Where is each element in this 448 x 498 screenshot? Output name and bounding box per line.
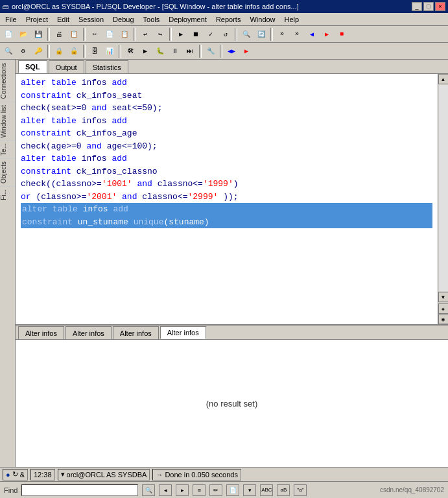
tb2-db[interactable]: 🗄 [88,44,102,58]
code-line-highlighted: constraint un_stuname unique(stuname) [21,216,432,229]
tab-sql[interactable]: SQL [18,60,47,73]
tb-print2[interactable]: 📋 [67,27,81,42]
find-edit-btn[interactable]: ✏ [209,484,222,496]
code-line: constraint ck_infos_classno [21,165,432,178]
tb-more1[interactable]: » [275,27,289,42]
tb2-lock[interactable]: 🔒 [52,44,66,58]
result-tab-4[interactable]: Alter infos [160,326,206,339]
title-bar-left: 🗃 orcl@ORCL as SYSDBA - PL/SQL Developer… [3,3,299,10]
tb2-bug[interactable]: 🐛 [153,44,167,58]
tb2-step[interactable]: ⏭ [183,44,197,58]
status-arrow: → [156,471,163,479]
tb2-run2[interactable]: ▶ [138,44,152,58]
tb2-gear[interactable]: ⚙ [16,44,30,58]
tb-stop[interactable]: ⏹ [189,27,203,42]
menu-session[interactable]: Session [75,14,108,25]
sidebar-windowlist[interactable]: Window list [0,102,15,141]
scroll-extra-1[interactable]: ◈ [438,303,449,314]
tb-undo[interactable]: ↩ [138,27,152,42]
main-content: Connections Window list Te... Objects Fi… [0,60,448,498]
tb-open[interactable]: 📂 [16,27,30,42]
status-done-text: Done in 0.050 seconds [165,471,238,479]
sidebar-te[interactable]: Te... [0,140,15,158]
find-prev-btn[interactable]: ◂ [159,484,172,496]
menu-help[interactable]: Help [281,14,303,25]
scroll-extra-2[interactable]: ◉ [438,314,449,324]
tb-paste[interactable]: 📋 [117,27,132,42]
find-quotes-btn[interactable]: "a" [294,484,307,496]
tb-print[interactable]: 🖨 [52,27,66,42]
tb-stop2[interactable]: ■ [335,27,349,42]
status-dropdown-arrow: ▾ [61,470,65,479]
restore-button[interactable]: □ [423,2,434,11]
toolbar2-sep-2 [83,45,86,58]
find-abc-btn[interactable]: ABC [260,484,273,496]
tb-nav-right[interactable]: ▶ [320,27,334,42]
find-binoculars-btn[interactable]: 🔍 [142,484,155,496]
find-align-btn[interactable]: ≡ [193,484,206,496]
tb2-arrow-blue[interactable]: ◀▶ [224,44,239,58]
tb2-key[interactable]: 🔑 [31,44,45,58]
toolbar-sep-3 [134,28,136,41]
find-input[interactable] [21,484,138,496]
tb-commit[interactable]: ✓ [204,27,218,42]
sidebar-fi[interactable]: Fi... [0,186,15,203]
sidebar-objects[interactable]: Objects [0,158,15,186]
menu-file[interactable]: File [1,14,21,25]
menu-edit[interactable]: Edit [53,14,73,25]
find-more-btn[interactable]: ▾ [243,484,256,496]
tab-output[interactable]: Output [49,60,84,73]
tb-new[interactable]: 📄 [1,27,16,42]
close-button[interactable]: × [435,2,445,11]
find-next-btn[interactable]: ▸ [176,484,189,496]
tb2-search[interactable]: 🔍 [1,44,16,58]
status-amp: & [20,471,25,479]
title-text: orcl@ORCL as SYSDBA - PL/SQL Developer -… [12,3,299,10]
tab-statistics[interactable]: Statistics [86,60,128,73]
title-controls: _ □ × [412,2,445,11]
tb2-pause[interactable]: ⏸ [168,44,182,58]
status-dot: ● [6,471,10,479]
code-line: or (classno>='2001' and classno<='2999' … [21,191,432,204]
menu-debug[interactable]: Debug [109,14,137,25]
tb-run[interactable]: ▶ [174,27,188,42]
code-line: alter table infos add [21,152,432,165]
result-tab-3[interactable]: Alter infos [113,326,159,339]
tb-copy[interactable]: 📄 [102,27,117,42]
tb-save[interactable]: 💾 [31,27,45,42]
tb-redo[interactable]: ↪ [153,27,167,42]
tb-replace[interactable]: 🔄 [254,27,268,42]
tb-find[interactable]: 🔍 [239,27,253,42]
tb2-arrow-red[interactable]: ▶ [239,44,253,58]
find-page-btn[interactable]: 📄 [226,484,239,496]
tb2-db2[interactable]: 📊 [102,44,117,58]
menu-window[interactable]: Window [246,14,279,25]
tb-more2[interactable]: » [290,27,304,42]
tb-rollback[interactable]: ↺ [218,27,233,42]
tb2-tools[interactable]: 🛠 [123,44,137,58]
tb2-wrench[interactable]: 🔧 [204,44,218,58]
menu-tools[interactable]: Tools [139,14,164,25]
menu-bar: File Project Edit Session Debug Tools De… [0,13,448,26]
tb2-unlock[interactable]: 🔓 [67,44,81,58]
result-tab-bar: Alter infos Alter infos Alter infos Alte… [16,326,448,340]
find-url-text: csdn.ne/qq_40892702 [380,486,444,493]
minimize-button[interactable]: _ [412,2,422,11]
result-tab-1[interactable]: Alter infos [18,326,64,339]
status-time-text: 12:38 [34,471,52,479]
scroll-down-button[interactable]: ▼ [438,292,449,302]
find-label: Find [4,486,18,494]
status-connection: ▾ orcl@ORCL AS SYSDBA [58,469,150,480]
find-abc2-btn[interactable]: aB [277,484,290,496]
editor-scrollbar[interactable]: ▲ ▼ ◈ ◉ [438,74,448,324]
tb-nav-left[interactable]: ◀ [305,27,319,42]
menu-project[interactable]: Project [22,14,52,25]
code-editor[interactable]: alter table infos add constraint ck_info… [16,74,438,324]
result-tab-2[interactable]: Alter infos [65,326,112,339]
menu-deployment[interactable]: Deployment [165,14,211,25]
tb-cut[interactable]: ✂ [88,27,102,42]
menu-reports[interactable]: Reports [212,14,245,25]
sidebar-connections[interactable]: Connections [0,60,15,102]
code-line: constraint ck_infos_seat [21,89,432,102]
scroll-up-button[interactable]: ▲ [438,74,449,84]
